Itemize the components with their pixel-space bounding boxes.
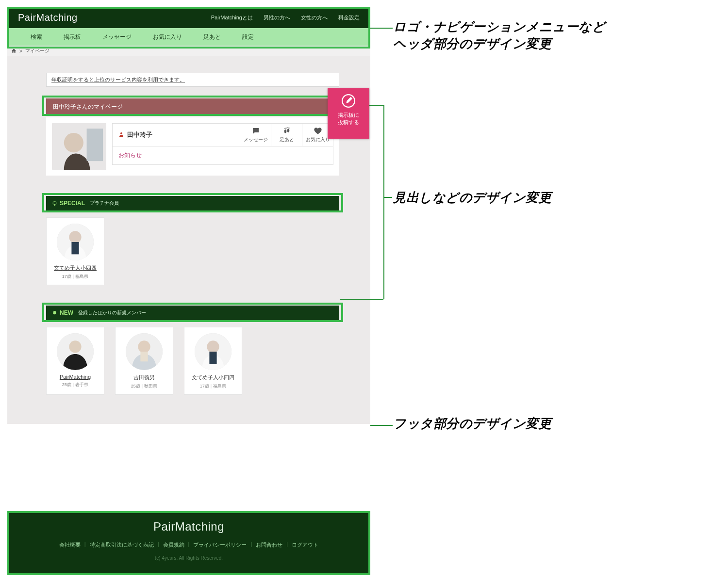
svg-rect-3: [87, 129, 103, 161]
member-pref: 福島県: [213, 384, 226, 388]
notice-box[interactable]: お知らせ: [112, 146, 333, 165]
pencil-icon: [342, 94, 355, 108]
post-badge-line1: 掲示板に: [338, 112, 359, 118]
annotation-heading: 見出しなどのデザイン変更: [393, 189, 551, 206]
profile-box: 田中玲子 メッセージ 足あと: [46, 117, 339, 176]
member-card[interactable]: 文てめ子人小四四 17歳|福島県: [46, 217, 104, 285]
post-to-board-button[interactable]: 掲示板に投稿する: [328, 88, 369, 139]
svg-rect-18: [140, 352, 148, 361]
member-avatar: [57, 224, 94, 260]
action-messages-label: メッセージ: [244, 137, 268, 142]
footer-link-company[interactable]: 会社概要: [59, 541, 81, 549]
member-avatar: [126, 333, 163, 370]
footer-link-terms[interactable]: 会員規約: [163, 541, 184, 549]
site-frame: PairMatching PairMatchingとは 男性の方へ 女性の方へ …: [7, 7, 370, 424]
breadcrumb-current: マイページ: [25, 48, 50, 54]
svg-point-2: [64, 133, 83, 152]
mypage-title-bar: 田中玲子さんのマイページ: [46, 98, 339, 115]
member-card[interactable]: 吉田義男 25歳|秋田県: [115, 327, 173, 395]
sub-nav: 検索 掲示板 メッセージ お気に入り 足あと 設定: [7, 28, 370, 46]
svg-point-12: [69, 231, 81, 243]
member-avatar: [57, 333, 94, 370]
breadcrumb-sep: >: [19, 48, 22, 54]
svg-rect-13: [71, 242, 79, 254]
action-footprint-label: 足あと: [280, 137, 294, 142]
svg-point-15: [69, 340, 81, 353]
section-new: NEW 登録したばかりの新規メンバー PairMatching 25歳|岩手県 …: [46, 306, 339, 395]
svg-point-8: [285, 128, 286, 129]
nav-footprint[interactable]: 足あと: [203, 33, 221, 41]
svg-point-5: [284, 129, 286, 133]
member-name: 吉田義男: [119, 374, 169, 381]
profile-name-text: 田中玲子: [127, 130, 152, 139]
top-nav: PairMatchingとは 男性の方へ 女性の方へ 料金設定: [211, 14, 360, 21]
svg-point-7: [284, 128, 285, 129]
topnav-pricing[interactable]: 料金設定: [338, 14, 360, 21]
svg-point-4: [120, 132, 122, 134]
member-avatar: [195, 333, 232, 370]
nav-favorites[interactable]: お気に入り: [153, 33, 182, 41]
post-badge-line2: 投稿する: [338, 119, 359, 125]
footer-copyright: (c) 4years. All Rights Reserved.: [7, 555, 370, 561]
footer-logo[interactable]: PairMatching: [7, 520, 370, 534]
new-badge-text: NEW: [60, 309, 73, 316]
annotation-header: ロゴ・ナビゲーションメニューなどヘッダ部分のデザイン変更: [393, 18, 605, 52]
member-age: 17歳: [200, 384, 209, 388]
member-pref: 秋田県: [144, 384, 157, 388]
member-card[interactable]: PairMatching 25歳|岩手県: [46, 327, 104, 395]
footprint-icon: [282, 127, 292, 135]
profile-name: 田中玲子: [113, 126, 240, 144]
special-sub-text: プラチナ会員: [90, 200, 119, 207]
member-name: PairMatching: [50, 374, 100, 380]
action-favorite-label: お気に入り: [306, 137, 330, 142]
person-icon: [118, 131, 124, 139]
member-age: 25歳: [62, 382, 71, 387]
income-proof-link[interactable]: 年収証明をすると上位のサービス内容を利用できます。: [46, 73, 339, 87]
new-heading: NEW 登録したばかりの新規メンバー: [46, 306, 339, 320]
annotation-footer: フッタ部分のデザイン変更: [393, 415, 551, 432]
topnav-for-women[interactable]: 女性の方へ: [301, 14, 328, 21]
page-body: 年収証明をすると上位のサービス内容を利用できます。 掲示板に投稿する 田中玲子さ…: [7, 56, 370, 424]
action-footprint[interactable]: 足あと: [271, 124, 302, 146]
footer-link-tokushoho[interactable]: 特定商取引法に基づく表記: [90, 541, 154, 549]
profile-avatar[interactable]: [52, 123, 106, 170]
topnav-about[interactable]: PairMatchingとは: [211, 14, 253, 21]
breadcrumb: > マイページ: [7, 46, 370, 56]
member-pref: 福島県: [75, 274, 88, 279]
footer-link-contact[interactable]: お問合わせ: [256, 541, 282, 549]
member-card[interactable]: 文てめ子人小四四 17歳|福島県: [184, 327, 242, 395]
footer-link-privacy[interactable]: プライバシーポリシー: [193, 541, 247, 549]
top-bar: PairMatching PairMatchingとは 男性の方へ 女性の方へ …: [7, 7, 370, 28]
topnav-for-men[interactable]: 男性の方へ: [264, 14, 290, 21]
member-age: 25歳: [131, 384, 140, 388]
nav-search[interactable]: 検索: [31, 33, 42, 41]
action-messages[interactable]: メッセージ: [240, 124, 271, 146]
nav-settings[interactable]: 設定: [242, 33, 254, 41]
svg-rect-21: [209, 352, 216, 364]
nav-messages[interactable]: メッセージ: [102, 33, 132, 41]
member-pref: 岩手県: [75, 382, 88, 387]
svg-point-20: [207, 340, 219, 353]
new-sub-text: 登録したばかりの新規メンバー: [78, 309, 146, 316]
bell-icon: [52, 310, 57, 316]
profile-header: 田中玲子 メッセージ 足あと: [112, 123, 333, 146]
special-badge-text: SPECIAL: [60, 200, 85, 207]
nav-board[interactable]: 掲示板: [64, 33, 81, 41]
home-icon[interactable]: [11, 48, 17, 54]
footer-links: 会社概要| 特定商取引法に基づく表記| 会員規約| プライバシーポリシー| お問…: [7, 541, 370, 549]
section-special: SPECIAL プラチナ会員 文てめ子人小四四 17歳|福島県: [46, 196, 339, 285]
site-footer: PairMatching 会社概要| 特定商取引法に基づく表記| 会員規約| プ…: [7, 511, 370, 575]
logo[interactable]: PairMatching: [18, 12, 78, 23]
svg-point-9: [287, 127, 288, 128]
heart-icon: [313, 127, 323, 135]
member-age: 17歳: [62, 274, 71, 279]
footer-link-logout[interactable]: ログアウト: [292, 541, 318, 549]
svg-point-10: [288, 128, 289, 129]
chat-icon: [251, 127, 261, 135]
svg-point-17: [138, 340, 150, 353]
member-name: 文てめ子人小四四: [188, 374, 238, 381]
site-header: PairMatching PairMatchingとは 男性の方へ 女性の方へ …: [7, 7, 370, 46]
svg-point-6: [287, 129, 289, 133]
bulb-icon: [52, 201, 57, 206]
special-heading: SPECIAL プラチナ会員: [46, 196, 339, 210]
